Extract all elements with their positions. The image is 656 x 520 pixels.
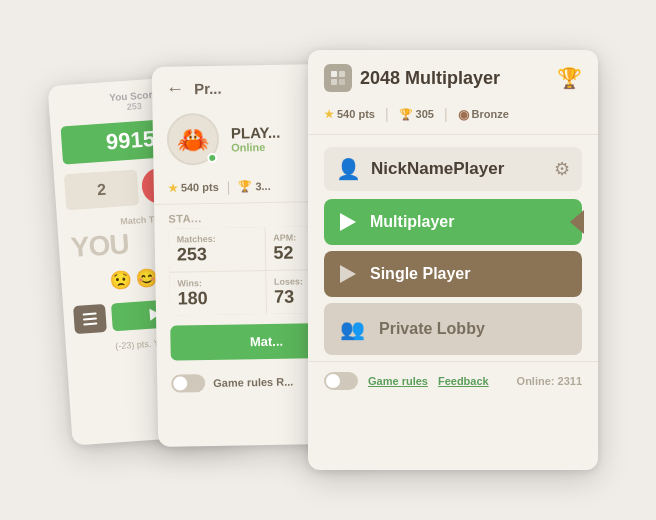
private-lobby-button[interactable]: 👥 Private Lobby xyxy=(324,303,582,355)
emoji-sad: 😟 xyxy=(109,268,132,291)
user-icon: 👤 xyxy=(336,157,361,181)
profile-row-left: 👤 NickNamePlayer xyxy=(336,157,504,181)
pts-value: 540 pts xyxy=(181,181,219,194)
bronze-circle-icon: ◉ xyxy=(458,107,469,122)
toggle-knob xyxy=(173,376,187,390)
back-arrow-icon[interactable]: ← xyxy=(166,78,184,99)
nick-name: NickNamePlayer xyxy=(371,159,504,179)
svg-rect-3 xyxy=(339,79,345,85)
trophy-value: 3... xyxy=(255,180,271,192)
trophy-pts: 🏆 3... xyxy=(238,179,271,193)
main-trophy-icon: 🏆 xyxy=(557,66,582,90)
main-header: 2048 Multiplayer 🏆 xyxy=(308,50,598,102)
avatar-wrap: 🦀 xyxy=(167,113,220,166)
menu-button[interactable] xyxy=(73,304,107,334)
multiplayer-play-icon xyxy=(340,213,356,231)
trophy-icon-small: 🏆 xyxy=(238,180,252,193)
footer-toggle-knob xyxy=(326,374,340,388)
feedback-link[interactable]: Feedback xyxy=(438,375,489,387)
rank-value: Bronze xyxy=(472,108,509,120)
multiplayer-btn-wrap: Multiplayer xyxy=(324,199,582,245)
matches-cell: Matches: 253 xyxy=(169,227,265,272)
main-rank: ◉ Bronze xyxy=(458,107,509,122)
single-player-label: Single Player xyxy=(370,265,471,283)
main-trophy-pts: 🏆 305 xyxy=(399,108,434,121)
wins-cell: Wins: 180 xyxy=(169,271,265,316)
player-info: PLAY... Online xyxy=(231,123,281,153)
stat-separator-1: | xyxy=(227,179,231,195)
star-pts: ★ 540 pts xyxy=(168,180,219,194)
profile-row: 👤 NickNamePlayer ⚙ xyxy=(324,147,582,191)
game-rules-toggle-label: Game rules R... xyxy=(213,376,293,389)
star-icon: ★ xyxy=(168,181,178,194)
multiplayer-label: Multiplayer xyxy=(370,213,454,231)
online-indicator xyxy=(207,153,217,163)
main-footer: Game rules Feedback Online: 2311 xyxy=(308,361,598,402)
app-title: 2048 Multiplayer xyxy=(360,68,500,89)
matches-value: 253 xyxy=(177,243,257,265)
footer-toggle[interactable] xyxy=(324,372,358,390)
app-icon xyxy=(324,64,352,92)
profile-title: Pr... xyxy=(194,80,222,97)
settings-gear-icon[interactable]: ⚙ xyxy=(554,158,570,180)
single-player-play-icon xyxy=(340,265,356,283)
multiplayer-button[interactable]: Multiplayer xyxy=(324,199,582,245)
main-menu-card: 2048 Multiplayer 🏆 ★ 540 pts | 🏆 305 | ◉… xyxy=(308,50,598,470)
grid-icon xyxy=(330,70,346,86)
main-pts-value: 540 pts xyxy=(337,108,375,120)
game-rules-link[interactable]: Game rules xyxy=(368,375,428,387)
svg-rect-2 xyxy=(331,79,337,85)
hamburger-icon xyxy=(78,308,101,329)
people-icon: 👥 xyxy=(340,317,365,341)
svg-rect-1 xyxy=(339,71,345,77)
main-stat-sep-1: | xyxy=(385,106,389,122)
wins-value: 180 xyxy=(178,287,258,309)
side-arrow-indicator xyxy=(570,210,584,234)
player-status: Online xyxy=(231,140,281,153)
player-name: PLAY... xyxy=(231,123,281,141)
main-star-icon: ★ xyxy=(324,108,334,121)
main-stats-bar: ★ 540 pts | 🏆 305 | ◉ Bronze xyxy=(308,102,598,135)
main-trophy-small-icon: 🏆 xyxy=(399,108,413,121)
private-lobby-label: Private Lobby xyxy=(379,320,485,338)
main-stat-sep-2: | xyxy=(444,106,448,122)
tile-2: 2 xyxy=(64,169,139,210)
online-count: Online: 2311 xyxy=(517,375,582,387)
header-left: 2048 Multiplayer xyxy=(324,64,500,92)
single-player-button[interactable]: Single Player xyxy=(324,251,582,297)
svg-rect-0 xyxy=(331,71,337,77)
game-rules-toggle[interactable] xyxy=(171,374,205,393)
main-trophy-value: 305 xyxy=(416,108,434,120)
main-star-pts: ★ 540 pts xyxy=(324,108,375,121)
